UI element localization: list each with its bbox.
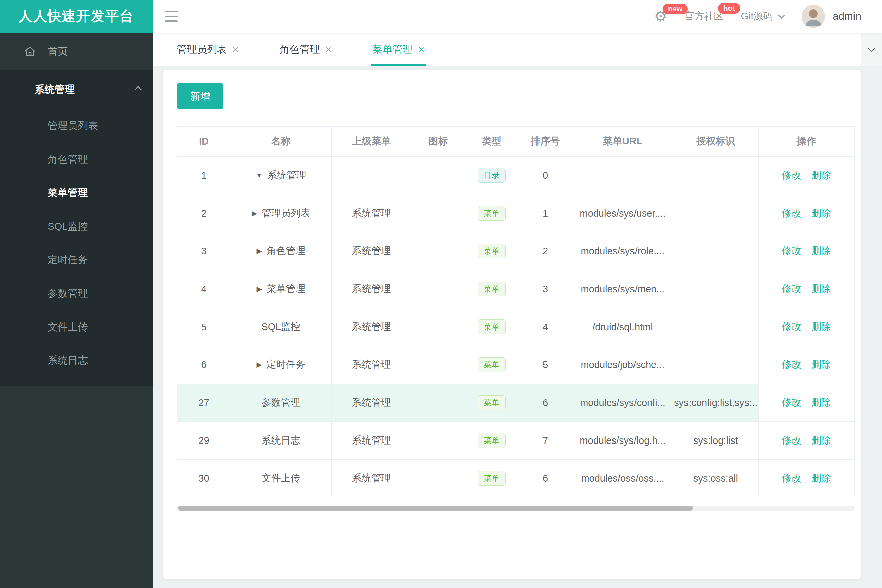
expand-icon[interactable]: ▶ (256, 361, 261, 369)
column-header-5: 排序号 (518, 127, 572, 156)
delete-link[interactable]: 删除 (811, 244, 831, 258)
sidebar-item-3[interactable]: SQL监控 (0, 210, 153, 243)
cell-type: 菜单 (465, 346, 518, 384)
cell-name: ▶定时任务 (230, 346, 332, 384)
edit-link[interactable]: 修改 (782, 320, 801, 333)
edit-link[interactable]: 修改 (782, 434, 801, 447)
edit-link[interactable]: 修改 (782, 169, 801, 182)
cell-parent (332, 156, 412, 194)
sidebar-item-5[interactable]: 参数管理 (0, 277, 153, 310)
cell-url: modules/sys/confi... (572, 384, 673, 422)
edit-link[interactable]: 修改 (782, 207, 801, 220)
chevron-up-icon (135, 86, 141, 93)
cell-actions: 修改删除 (759, 194, 855, 232)
delete-link[interactable]: 删除 (811, 282, 831, 296)
edit-link[interactable]: 修改 (782, 472, 801, 485)
chevron-down-icon (778, 12, 785, 19)
sidebar-group-title[interactable]: 系统管理 (0, 70, 153, 109)
cell-auth (673, 156, 759, 194)
cell-type: 菜单 (465, 194, 518, 232)
cell-id: 4 (177, 270, 230, 308)
close-icon[interactable]: × (418, 44, 424, 55)
tabs: 管理员列表×角色管理×菜单管理× (177, 33, 465, 66)
cell-type: 菜单 (465, 422, 518, 460)
column-header-7: 授权标识 (673, 127, 759, 156)
cell-name: 系统日志 (230, 422, 332, 460)
expand-icon[interactable]: ▶ (251, 209, 257, 217)
table-row: 5SQL监控系统管理菜单4/druid/sql.html修改删除 (177, 308, 855, 346)
header-actions: ⚙ new 官方社区 hot Git源码 admin (654, 0, 861, 33)
sidebar-items: 管理员列表角色管理菜单管理SQL监控定时任务参数管理文件上传系统日志 (0, 109, 153, 377)
settings-menu[interactable]: ⚙ new (654, 9, 667, 24)
delete-link[interactable]: 删除 (811, 472, 831, 485)
type-badge: 菜单 (478, 206, 506, 221)
column-header-6: 菜单URL (572, 127, 673, 156)
sidebar-item-6[interactable]: 文件上传 (0, 310, 153, 344)
cell-url: modules/sys/user.... (572, 194, 673, 232)
delete-link[interactable]: 删除 (811, 396, 831, 410)
edit-link[interactable]: 修改 (782, 244, 801, 258)
cell-order: 5 (518, 346, 572, 384)
expand-icon[interactable]: ▶ (256, 247, 261, 255)
cell-order: 1 (518, 194, 572, 232)
cell-actions: 修改删除 (759, 422, 855, 460)
community-link[interactable]: 官方社区 hot (685, 10, 724, 23)
sidebar-item-0[interactable]: 管理员列表 (0, 109, 153, 142)
cell-url: modules/sys/role.... (572, 232, 673, 270)
sidebar-item-4[interactable]: 定时任务 (0, 243, 153, 277)
column-header-4: 类型 (465, 127, 518, 156)
cell-order: 3 (518, 270, 572, 308)
menu-name: 系统日志 (261, 434, 301, 447)
cell-name: 参数管理 (230, 384, 332, 422)
menu-name: 定时任务 (267, 358, 305, 372)
table-header-row: ID名称上级菜单图标类型排序号菜单URL授权标识操作 (177, 127, 855, 156)
cell-icon (412, 346, 465, 384)
cell-type: 目录 (465, 156, 518, 194)
cell-type: 菜单 (465, 308, 518, 346)
close-icon[interactable]: × (232, 44, 239, 55)
cell-order: 6 (518, 460, 572, 498)
sidebar-home-label: 首页 (48, 45, 68, 58)
collapse-icon[interactable]: ▼ (255, 171, 263, 179)
add-button[interactable]: 新增 (177, 83, 223, 109)
delete-link[interactable]: 删除 (811, 320, 831, 333)
tab-2[interactable]: 菜单管理× (372, 33, 424, 66)
expand-icon[interactable]: ▶ (256, 285, 261, 293)
table-row: 27参数管理系统管理菜单6modules/sys/confi...sys:con… (177, 384, 855, 422)
cell-order: 2 (518, 232, 572, 270)
cell-name: ▶菜单管理 (230, 270, 332, 308)
cell-parent: 系统管理 (332, 232, 412, 270)
sidebar-item-2[interactable]: 菜单管理 (0, 176, 153, 210)
brand-logo: 人人快速开发平台 (0, 0, 153, 33)
delete-link[interactable]: 删除 (811, 207, 831, 220)
delete-link[interactable]: 删除 (811, 169, 831, 182)
edit-link[interactable]: 修改 (782, 358, 801, 372)
sidebar-item-home[interactable]: 首页 (0, 33, 153, 70)
table-row: 29系统日志系统管理菜单7modules/sys/log.h...sys:log… (177, 422, 855, 460)
cell-id: 6 (177, 346, 230, 384)
tab-0[interactable]: 管理员列表× (177, 33, 239, 66)
git-source-menu[interactable]: Git源码 (741, 10, 784, 23)
edit-link[interactable]: 修改 (782, 396, 801, 410)
type-badge: 菜单 (478, 395, 506, 410)
menu-table: ID名称上级菜单图标类型排序号菜单URL授权标识操作1▼系统管理目录0修改删除2… (177, 126, 855, 498)
tab-1[interactable]: 角色管理× (280, 33, 332, 66)
cell-order: 0 (518, 156, 572, 194)
type-badge: 菜单 (478, 244, 506, 259)
cell-name: ▶管理员列表 (230, 194, 332, 232)
sidebar-item-7[interactable]: 系统日志 (0, 344, 153, 377)
edit-link[interactable]: 修改 (782, 282, 801, 296)
hot-badge: hot (718, 3, 740, 14)
hamburger-icon[interactable] (165, 10, 178, 23)
sidebar-item-1[interactable]: 角色管理 (0, 142, 153, 176)
cell-auth (673, 232, 759, 270)
user-menu[interactable]: admin (801, 5, 861, 28)
tab-list-dropdown[interactable] (861, 33, 882, 66)
menu-name: 参数管理 (261, 396, 301, 410)
delete-link[interactable]: 删除 (811, 434, 831, 447)
delete-link[interactable]: 删除 (811, 358, 831, 372)
scrollbar-thumb[interactable] (178, 506, 693, 510)
type-badge: 菜单 (478, 433, 506, 448)
horizontal-scrollbar[interactable] (177, 506, 855, 510)
close-icon[interactable]: × (325, 44, 332, 55)
